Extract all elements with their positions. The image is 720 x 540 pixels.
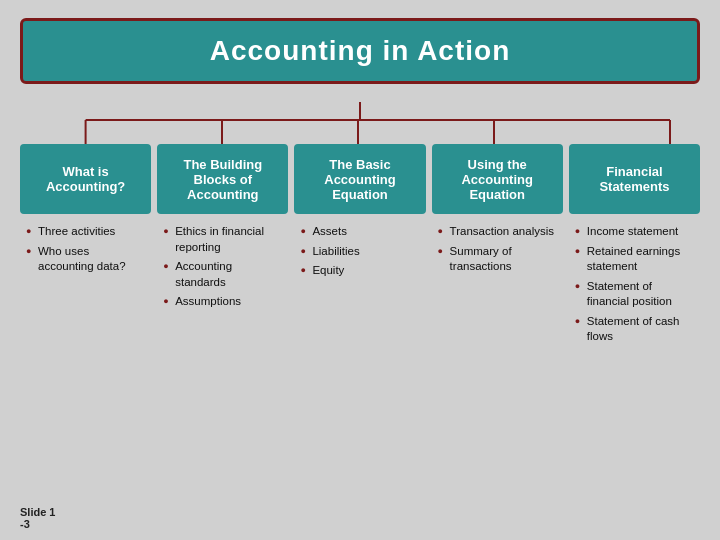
bullet-item: Assumptions (161, 292, 284, 312)
bullet-item: Accounting standards (161, 257, 284, 292)
col-bullets-using-equation: Transaction analysis Summary of transact… (432, 214, 563, 500)
col-header-using-equation: Using the Accounting Equation (432, 144, 563, 214)
bullet-item: Income statement (573, 222, 696, 242)
column-building-blocks: The Building Blocks of Accounting Ethics… (157, 144, 288, 500)
columns-wrapper: What is Accounting? Three activities Who… (20, 144, 700, 500)
bullet-item: Liabilities (298, 242, 421, 262)
bullet-item: Statement of cash flows (573, 312, 696, 347)
footer-line1: Slide 1 (20, 506, 55, 518)
slide-title: Accounting in Action (43, 35, 677, 67)
col-header-basic-equation: The Basic Accounting Equation (294, 144, 425, 214)
col-bullets-what-is-accounting: Three activities Who uses accounting dat… (20, 214, 151, 500)
col-header-building-blocks: The Building Blocks of Accounting (157, 144, 288, 214)
column-basic-equation: The Basic Accounting Equation Assets Lia… (294, 144, 425, 500)
bullet-item: Statement of financial position (573, 277, 696, 312)
bullet-item: Three activities (24, 222, 147, 242)
bullet-item: Transaction analysis (436, 222, 559, 242)
col-bullets-basic-equation: Assets Liabilities Equity (294, 214, 425, 500)
bullet-item: Summary of transactions (436, 242, 559, 277)
title-box: Accounting in Action (20, 18, 700, 84)
column-financial-statements: Financial Statements Income statement Re… (569, 144, 700, 500)
bullet-item: Retained earnings statement (573, 242, 696, 277)
bullet-item: Equity (298, 261, 421, 281)
vertical-connector-main (359, 102, 361, 120)
col-bullets-building-blocks: Ethics in financial reporting Accounting… (157, 214, 288, 500)
col-header-what-is-accounting: What is Accounting? (20, 144, 151, 214)
footer-line2: -3 (20, 518, 30, 530)
slide-footer: Slide 1 -3 (20, 500, 700, 530)
bullet-item: Assets (298, 222, 421, 242)
col-bullets-financial-statements: Income statement Retained earnings state… (569, 214, 700, 500)
bullet-item: Ethics in financial reporting (161, 222, 284, 257)
connector-svg (20, 120, 700, 144)
slide: Accounting in Action What is Accounti (0, 0, 720, 540)
bullet-item: Who uses accounting data? (24, 242, 147, 277)
column-using-equation: Using the Accounting Equation Transactio… (432, 144, 563, 500)
column-what-is-accounting: What is Accounting? Three activities Who… (20, 144, 151, 500)
col-header-financial-statements: Financial Statements (569, 144, 700, 214)
